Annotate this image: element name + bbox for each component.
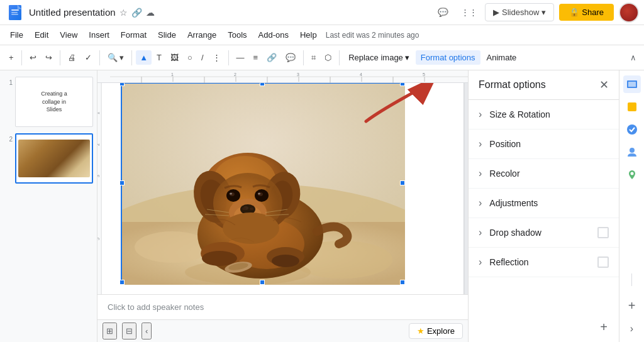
svg-text:1: 1: [171, 72, 174, 77]
reflection-checkbox[interactable]: [597, 256, 609, 268]
slideshow-button[interactable]: ▶ Slideshow ▾: [485, 3, 554, 21]
google-apps-button[interactable]: ⋮⋮: [458, 5, 480, 19]
explore-label: Explore: [427, 326, 455, 336]
sidebar-icon-slides[interactable]: [623, 75, 641, 93]
explore-button[interactable]: ★ Explore: [409, 323, 463, 339]
handle-bot-left[interactable]: [119, 280, 125, 285]
line-button[interactable]: /: [197, 50, 208, 65]
slide-canvas[interactable]: [102, 83, 464, 294]
redo-button[interactable]: ↪: [42, 50, 56, 65]
menu-edit[interactable]: Edit: [30, 28, 53, 42]
print-button[interactable]: 🖨: [64, 50, 80, 65]
handle-top-mid[interactable]: [260, 83, 265, 86]
svg-point-56: [242, 207, 246, 210]
toolbar-collapse-button[interactable]: ∧: [628, 50, 639, 65]
crop-button[interactable]: ⌗: [308, 50, 319, 65]
zoom-button[interactable]: 🔍 ▾: [104, 50, 128, 65]
sidebar-icon-maps[interactable]: [623, 166, 641, 184]
menu-help[interactable]: Help: [295, 28, 322, 42]
last-edit-text[interactable]: Last edit was 2 minutes ago: [326, 31, 419, 40]
sidebar-add-button[interactable]: +: [626, 296, 638, 316]
format-section-label-5: Drop shadow: [489, 228, 541, 238]
format-section-drop-shadow[interactable]: › Drop shadow: [469, 218, 619, 248]
menu-file[interactable]: File: [5, 28, 28, 42]
text-button[interactable]: T: [153, 50, 165, 65]
chevron-right-icon-6: ›: [479, 256, 482, 268]
svg-point-77: [630, 172, 633, 175]
spell-check-button[interactable]: ✓: [81, 50, 96, 65]
svg-text:2: 2: [234, 72, 236, 77]
handle-mid-left[interactable]: [119, 180, 125, 185]
format-section-size-rotation[interactable]: › Size & Rotation: [469, 100, 619, 130]
menu-insert[interactable]: Insert: [84, 28, 114, 42]
image-selected[interactable]: [121, 83, 404, 284]
svg-point-44: [272, 255, 299, 267]
slide-preview-2[interactable]: [15, 133, 93, 184]
right-sidebar: + ›: [619, 70, 644, 342]
slide-preview-1[interactable]: Creating acollage inSlides: [15, 77, 93, 127]
toolbar-sep-3: [99, 50, 100, 65]
menu-arrange[interactable]: Arrange: [182, 28, 221, 42]
format-options-button[interactable]: Format options: [416, 50, 480, 65]
handle-top-right[interactable]: [400, 83, 405, 86]
menu-view[interactable]: View: [55, 28, 82, 42]
format-section-recolor[interactable]: › Recolor: [469, 159, 619, 189]
menu-slide[interactable]: Slide: [153, 28, 181, 42]
sidebar-icon-person[interactable]: [623, 143, 641, 161]
shape-button[interactable]: ○: [184, 50, 196, 65]
avatar[interactable]: [619, 3, 639, 23]
handle-mid-right[interactable]: [400, 180, 405, 185]
add-section-button[interactable]: +: [594, 317, 614, 337]
format-section-reflection[interactable]: › Reflection: [469, 248, 619, 277]
collapse-panel-button[interactable]: ‹: [142, 323, 152, 339]
sidebar-icon-blue-check[interactable]: [623, 121, 641, 138]
add-button[interactable]: +: [5, 50, 18, 65]
star-icon[interactable]: ☆: [119, 8, 128, 18]
svg-point-76: [630, 148, 635, 153]
cloud-icon[interactable]: ☁: [146, 8, 155, 18]
sidebar-icon-yellow[interactable]: [623, 98, 641, 116]
slide-thumb-1[interactable]: 1 Creating acollage inSlides: [3, 75, 94, 128]
grid-view-button[interactable]: ⊞: [103, 323, 117, 339]
speaker-notes[interactable]: Click to add speaker notes: [97, 294, 468, 319]
drive-icon[interactable]: 🔗: [131, 8, 142, 18]
link-button[interactable]: 🔗: [263, 50, 280, 65]
cursor-button[interactable]: ▲: [136, 50, 152, 65]
menu-format[interactable]: Format: [116, 28, 152, 42]
image-button[interactable]: 🖼: [167, 50, 182, 65]
comment-button[interactable]: 💬: [282, 50, 299, 65]
format-panel-close-button[interactable]: ✕: [599, 78, 609, 92]
handle-top-left[interactable]: [119, 83, 125, 86]
filmstrip-button[interactable]: ⊟: [122, 323, 136, 339]
drop-shadow-checkbox[interactable]: [597, 227, 609, 238]
toolbar-sep-1: [21, 50, 22, 65]
svg-point-75: [627, 124, 637, 135]
sidebar-expand-button[interactable]: ›: [628, 321, 636, 337]
menu-tools[interactable]: Tools: [223, 28, 252, 42]
toolbar-sep-2: [60, 50, 60, 65]
format-section-label-3: Recolor: [489, 168, 519, 179]
handle-bot-right[interactable]: [400, 280, 405, 285]
line-style-button[interactable]: —: [233, 50, 248, 65]
undo-button[interactable]: ↩: [26, 50, 40, 65]
format-section-label-6: Reflection: [489, 257, 528, 267]
handle-bot-mid[interactable]: [260, 280, 265, 285]
format-section-position[interactable]: › Position: [469, 130, 619, 159]
canvas-wrap: 1 2 3 5: [97, 83, 468, 294]
svg-point-63: [258, 192, 260, 194]
more-button[interactable]: ⋮: [209, 50, 225, 65]
menu-addons[interactable]: Add-ons: [253, 28, 294, 42]
slide-thumb-2[interactable]: 2: [3, 132, 94, 185]
replace-image-button[interactable]: Replace image ▾: [343, 50, 414, 65]
animate-button[interactable]: Animate: [482, 50, 522, 65]
app-title[interactable]: Untitled presentation: [29, 7, 116, 18]
share-button[interactable]: 🔒 Share: [559, 4, 614, 21]
svg-rect-73: [628, 82, 636, 87]
comments-button[interactable]: 💬: [433, 5, 453, 19]
align-button[interactable]: ≡: [250, 50, 262, 65]
svg-rect-2: [11, 9, 19, 11]
app-logo: [5, 3, 25, 23]
title-bar: Untitled presentation ☆ 🔗 ☁ 💬 ⋮⋮ ▶ Slide…: [0, 0, 644, 25]
format-section-adjustments[interactable]: › Adjustments: [469, 189, 619, 218]
mask-button[interactable]: ⬡: [321, 50, 335, 65]
